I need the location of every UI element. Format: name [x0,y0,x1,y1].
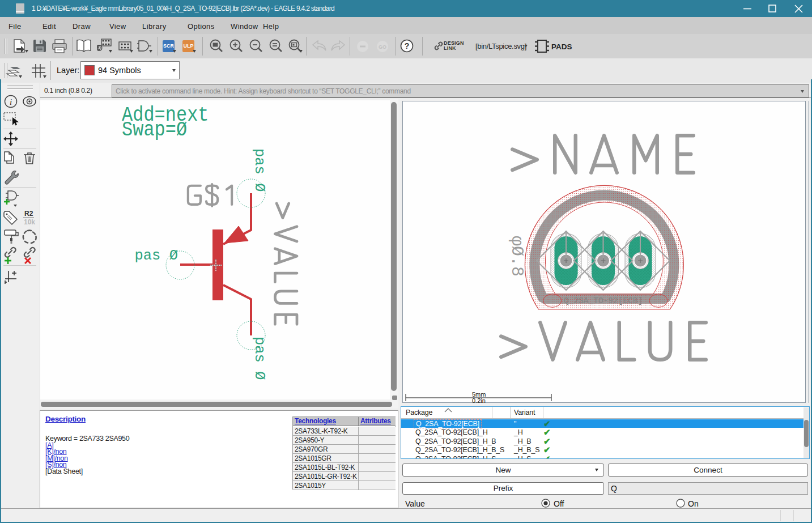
svg-text:φØ.8: φØ.8 [507,236,526,277]
svg-text:Q_2SA_TO-92[ECB]: Q_2SA_TO-92[ECB] [564,296,643,305]
svg-text:0.2in: 0.2in [472,397,486,404]
svg-text:i: i [10,97,12,107]
svg-text:pas Ø: pas Ø [135,248,178,264]
svg-text:?: ? [405,41,410,50]
svg-text:GO: GO [379,44,386,50]
svg-text:pas Ø: pas Ø [251,148,267,192]
svg-text:pas Ø: pas Ø [251,337,267,380]
svg-text:Swap=Ø: Swap=Ø [122,117,187,142]
